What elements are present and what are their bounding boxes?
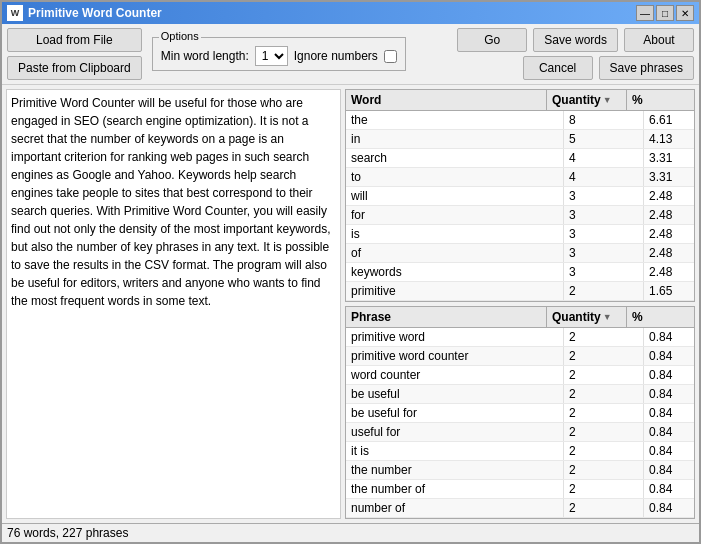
min-word-length-select[interactable]: 1 2 3 — [255, 46, 288, 66]
words-table-container: Word Quantity ▼ % the 8 6.61 in 5 4.13 s… — [345, 89, 695, 302]
description-panel[interactable]: Primitive Word Counter will be useful fo… — [6, 89, 341, 519]
table-row[interactable]: the number of 2 0.84 — [346, 480, 694, 499]
phrases-table-container: Phrase Quantity ▼ % primitive word 2 0.8… — [345, 306, 695, 519]
table-row[interactable]: search 4 3.31 — [346, 149, 694, 168]
table-row[interactable]: primitive 2 1.65 — [346, 282, 694, 301]
ignore-numbers-label: Ignore numbers — [294, 49, 378, 63]
toolbar-right: Go Save words About Cancel Save phrases — [457, 28, 694, 80]
phrases-col-phrase: Phrase — [346, 307, 547, 327]
toolbar-right-row-top: Go Save words About — [457, 28, 694, 52]
load-file-button[interactable]: Load from File — [7, 28, 142, 52]
phrase-qty-cell: 2 — [564, 461, 644, 479]
save-phrases-button[interactable]: Save phrases — [599, 56, 694, 80]
table-row[interactable]: is 3 2.48 — [346, 225, 694, 244]
table-row[interactable]: word counter 2 0.84 — [346, 366, 694, 385]
table-row[interactable]: keywords 3 2.48 — [346, 263, 694, 282]
words-col-word: Word — [346, 90, 547, 110]
table-row[interactable]: to 4 3.31 — [346, 168, 694, 187]
phrase-qty-cell: 2 — [564, 366, 644, 384]
word-cell: is — [346, 225, 564, 243]
pct-cell: 4.13 — [644, 130, 694, 148]
table-row[interactable]: primitive word 2 0.84 — [346, 328, 694, 347]
phrase-cell: it is — [346, 442, 564, 460]
pct-cell: 2.48 — [644, 244, 694, 262]
phrases-table-header: Phrase Quantity ▼ % — [346, 307, 694, 328]
table-row[interactable]: primitive word counter 2 0.84 — [346, 347, 694, 366]
phrase-cell: the number of — [346, 480, 564, 498]
quantity-sort-icon: ▼ — [603, 95, 612, 105]
phrases-col-quantity: Quantity ▼ — [547, 307, 627, 327]
pct-cell: 3.31 — [644, 149, 694, 167]
pct-cell: 2.48 — [644, 225, 694, 243]
phrase-cell: the number — [346, 461, 564, 479]
phrases-scroll-spacer — [677, 307, 694, 327]
main-content: Primitive Word Counter will be useful fo… — [2, 85, 699, 523]
phrase-qty-cell: 2 — [564, 385, 644, 403]
phrase-pct-cell: 0.84 — [644, 366, 694, 384]
phrase-qty-cell: 2 — [564, 442, 644, 460]
phrase-qty-cell: 2 — [564, 328, 644, 346]
pct-cell: 2.48 — [644, 206, 694, 224]
table-row[interactable]: be useful 2 0.84 — [346, 385, 694, 404]
phrase-pct-cell: 0.84 — [644, 442, 694, 460]
phrase-qty-cell: 2 — [564, 404, 644, 422]
min-word-length-label: Min word length: — [161, 49, 249, 63]
table-row[interactable]: useful for 2 0.84 — [346, 423, 694, 442]
minimize-button[interactable]: — — [636, 5, 654, 21]
word-cell: the — [346, 111, 564, 129]
word-cell: for — [346, 206, 564, 224]
go-button[interactable]: Go — [457, 28, 527, 52]
pct-cell: 3.31 — [644, 168, 694, 186]
words-table-header: Word Quantity ▼ % — [346, 90, 694, 111]
words-col-quantity: Quantity ▼ — [547, 90, 627, 110]
phrase-cell: be useful for — [346, 404, 564, 422]
qty-cell: 4 — [564, 149, 644, 167]
words-col-pct: % — [627, 90, 677, 110]
table-row[interactable]: number of 2 0.84 — [346, 499, 694, 518]
title-bar: W Primitive Word Counter — □ ✕ — [2, 2, 699, 24]
table-row[interactable]: the 8 6.61 — [346, 111, 694, 130]
word-cell: in — [346, 130, 564, 148]
maximize-button[interactable]: □ — [656, 5, 674, 21]
ignore-numbers-checkbox[interactable] — [384, 50, 397, 63]
qty-cell: 3 — [564, 263, 644, 281]
cancel-button[interactable]: Cancel — [523, 56, 593, 80]
pct-cell: 6.61 — [644, 111, 694, 129]
toolbar-right-row-bottom: Cancel Save phrases — [523, 56, 694, 80]
save-words-button[interactable]: Save words — [533, 28, 618, 52]
phrase-pct-cell: 0.84 — [644, 480, 694, 498]
table-row[interactable]: the number 2 0.84 — [346, 461, 694, 480]
phrase-pct-cell: 0.84 — [644, 499, 694, 517]
toolbar: Load from File Paste from Clipboard Opti… — [2, 24, 699, 85]
table-row[interactable]: be useful for 2 0.84 — [346, 404, 694, 423]
words-table-body[interactable]: the 8 6.61 in 5 4.13 search 4 3.31 to 4 … — [346, 111, 694, 301]
phrase-qty-cell: 2 — [564, 480, 644, 498]
phrase-pct-cell: 0.84 — [644, 423, 694, 441]
qty-cell: 5 — [564, 130, 644, 148]
close-button[interactable]: ✕ — [676, 5, 694, 21]
status-text: 76 words, 227 phrases — [7, 526, 128, 540]
options-inner: Min word length: 1 2 3 Ignore numbers — [161, 46, 397, 66]
qty-cell: 3 — [564, 225, 644, 243]
table-row[interactable]: of 3 2.48 — [346, 244, 694, 263]
about-button[interactable]: About — [624, 28, 694, 52]
phrase-pct-cell: 0.84 — [644, 347, 694, 365]
phrase-qty-cell: 2 — [564, 423, 644, 441]
table-row[interactable]: in 5 4.13 — [346, 130, 694, 149]
options-legend: Options — [159, 30, 201, 42]
phrases-table-body[interactable]: primitive word 2 0.84 primitive word cou… — [346, 328, 694, 518]
paste-clipboard-button[interactable]: Paste from Clipboard — [7, 56, 142, 80]
table-row[interactable]: will 3 2.48 — [346, 187, 694, 206]
qty-cell: 3 — [564, 244, 644, 262]
ignore-numbers-wrapper — [384, 50, 397, 63]
phrase-cell: useful for — [346, 423, 564, 441]
right-panel: Word Quantity ▼ % the 8 6.61 in 5 4.13 s… — [345, 89, 695, 519]
phrase-pct-cell: 0.84 — [644, 385, 694, 403]
table-row[interactable]: it is 2 0.84 — [346, 442, 694, 461]
pct-cell: 1.65 — [644, 282, 694, 300]
phrase-cell: be useful — [346, 385, 564, 403]
phrase-pct-cell: 0.84 — [644, 461, 694, 479]
toolbar-left: Load from File Paste from Clipboard — [7, 28, 142, 80]
phrase-cell: primitive word counter — [346, 347, 564, 365]
table-row[interactable]: for 3 2.48 — [346, 206, 694, 225]
